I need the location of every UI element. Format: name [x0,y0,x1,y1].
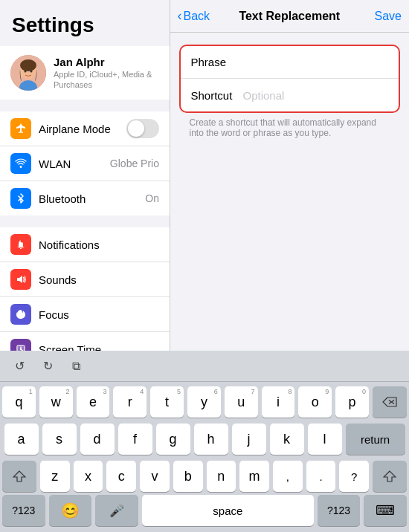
wlan-value: Globe Prio [110,158,159,169]
notifications-label: Notifications [39,239,159,251]
back-button[interactable]: ‹ Back [178,8,210,24]
sounds-icon [10,269,31,290]
key-v[interactable]: v [140,461,170,492]
key-u[interactable]: 7u [225,386,258,418]
mic-key[interactable]: 🎤 [95,495,138,526]
focus-label: Focus [39,308,159,321]
settings-title: Settings [0,0,170,46]
key-z[interactable]: z [40,461,70,492]
notifications-icon [10,234,31,255]
keyboard-area: ↺ ↻ ⧉ 1q 2w 3e 4r 5t 6y 7u 8i 9o 0p [0,351,409,532]
save-button[interactable]: Save [375,10,402,23]
profile-section[interactable]: Jan Alphr Apple ID, iCloud+, Media & Pur… [0,46,170,100]
settings-group-connectivity: Airplane Mode WLAN Globe Prio [0,111,170,215]
key-b[interactable]: b [173,461,203,492]
bluetooth-icon [10,188,31,209]
phrase-row: Phrase [181,46,399,79]
key-s[interactable]: s [42,424,77,455]
toggle-knob [128,120,144,137]
profile-name: Jan Alphr [54,56,159,68]
space-key[interactable]: space [142,495,314,526]
wlan-label: WLAN [39,158,110,170]
key-row-3: z x c v b n m , . ? [2,461,407,492]
key-d[interactable]: d [80,424,115,455]
svg-point-7 [21,239,25,243]
phrase-input[interactable] [243,56,389,68]
key-y[interactable]: 6y [187,386,221,418]
svg-point-12 [20,348,22,350]
shortcut-input[interactable] [243,89,389,102]
emoji-key[interactable]: 😊 [49,495,92,526]
focus-icon [10,304,31,325]
navigation-bar: ‹ Back Text Replacement Save [170,0,410,33]
bluetooth-label: Bluetooth [39,192,145,205]
sidebar-item-focus[interactable]: Focus [0,297,170,332]
undo-button[interactable]: ↺ [7,354,31,378]
redo-button[interactable]: ↻ [36,354,59,378]
key-j[interactable]: j [232,424,266,455]
key-l[interactable]: l [308,424,342,455]
sidebar-item-sounds[interactable]: Sounds [0,262,170,297]
key-g[interactable]: g [156,424,190,455]
svg-point-4 [25,71,27,73]
key-row-2: a s d f g h j k l return [2,424,407,455]
backspace-key[interactable] [373,386,407,418]
return-key[interactable]: return [346,424,405,455]
nav-title: Text Replacement [239,10,340,23]
keyboard-bottom-row: ?123 😊 🎤 space ?123 ⌨ [0,495,409,526]
settings-group-preferences: Notifications Sounds [0,227,170,366]
sidebar-item-airplane[interactable]: Airplane Mode [0,111,170,146]
back-chevron-icon: ‹ [178,8,182,24]
key-row-1: 1q 2w 3e 4r 5t 6y 7u 8i 9o 0p [2,386,407,418]
bluetooth-value: On [145,192,159,204]
key-m[interactable]: m [239,461,269,492]
avatar [10,55,46,91]
shortcut-row: Shortcut [181,79,399,111]
hide-keyboard-key[interactable]: ⌨ [364,495,407,526]
shift-key-right[interactable] [373,461,407,492]
numbers-key-right[interactable]: ?123 [318,495,361,526]
keyboard-toolbar: ↺ ↻ ⧉ [0,351,409,382]
key-q[interactable]: 1q [2,386,36,418]
key-i[interactable]: 8i [262,386,295,418]
key-r[interactable]: 4r [113,386,146,418]
profile-subtitle: Apple ID, iCloud+, Media & Purchases [54,69,159,91]
airplane-toggle[interactable] [126,119,159,138]
key-f[interactable]: f [118,424,152,455]
sounds-label: Sounds [39,273,159,286]
airplane-label: Airplane Mode [39,123,126,135]
key-period[interactable]: . [306,461,336,492]
svg-point-5 [30,71,33,73]
shift-key-left[interactable] [2,461,36,492]
key-question[interactable]: ? [339,461,369,492]
sidebar-item-notifications[interactable]: Notifications [0,227,170,262]
key-n[interactable]: n [207,461,236,492]
key-w[interactable]: 2w [39,386,73,418]
key-comma[interactable]: , [273,461,303,492]
profile-info: Jan Alphr Apple ID, iCloud+, Media & Pur… [54,56,159,91]
key-o[interactable]: 9o [298,386,332,418]
form-card: Phrase Shortcut [179,45,401,113]
key-h[interactable]: h [194,424,228,455]
key-p[interactable]: 0p [335,386,369,418]
back-label: Back [184,10,210,23]
key-k[interactable]: k [270,424,304,455]
key-x[interactable]: x [74,461,103,492]
svg-point-3 [20,59,36,71]
key-a[interactable]: a [4,424,39,455]
wifi-icon [10,153,31,174]
copy-button[interactable]: ⧉ [64,354,88,378]
key-t[interactable]: 5t [150,386,184,418]
phrase-label: Phrase [191,56,243,68]
numbers-key-left[interactable]: ?123 [2,495,45,526]
key-e[interactable]: 3e [77,386,110,418]
shortcut-label: Shortcut [191,89,243,102]
form-hint: Create a shortcut that will automaticall… [179,113,401,146]
sidebar-item-wlan[interactable]: WLAN Globe Prio [0,146,170,181]
keyboard-rows: 1q 2w 3e 4r 5t 6y 7u 8i 9o 0p a s d f [0,382,409,495]
airplane-icon [10,118,31,139]
key-c[interactable]: c [106,461,136,492]
sidebar-item-bluetooth[interactable]: Bluetooth On [0,181,170,215]
